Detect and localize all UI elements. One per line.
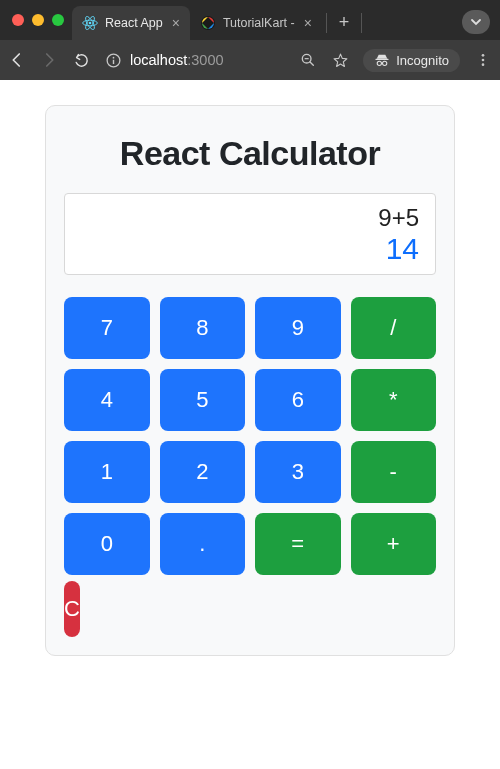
svg-rect-7 — [112, 59, 113, 63]
tab-tutorialkart[interactable]: TutorialKart - × — [190, 6, 322, 40]
tab-close-icon[interactable]: × — [304, 15, 312, 31]
new-tab-button[interactable]: + — [331, 12, 358, 33]
key-4[interactable]: 4 — [64, 369, 150, 431]
svg-point-15 — [482, 54, 485, 57]
key-5[interactable]: 5 — [160, 369, 246, 431]
url-path: :3000 — [187, 52, 223, 68]
svg-point-17 — [482, 63, 485, 66]
zoom-button[interactable] — [299, 51, 317, 69]
site-info-icon[interactable] — [104, 51, 122, 69]
svg-point-12 — [377, 61, 381, 65]
reload-button[interactable] — [72, 51, 90, 69]
tab-divider — [361, 13, 362, 33]
key-2[interactable]: 2 — [160, 441, 246, 503]
key-decimal[interactable]: . — [160, 513, 246, 575]
key-equals[interactable]: = — [255, 513, 341, 575]
tab-react-app[interactable]: React App × — [72, 6, 190, 40]
window-minimize-icon[interactable] — [32, 14, 44, 26]
key-add[interactable]: + — [351, 513, 437, 575]
nav-row: localhost:3000 Incognito — [0, 40, 500, 80]
menu-button[interactable] — [474, 51, 492, 69]
key-8[interactable]: 8 — [160, 297, 246, 359]
incognito-label: Incognito — [396, 53, 449, 68]
bookmark-button[interactable] — [331, 51, 349, 69]
page-content: React Calculator 9+5 14 789/456*123-0.=+… — [0, 80, 500, 681]
svg-point-4 — [201, 16, 215, 30]
key-7[interactable]: 7 — [64, 297, 150, 359]
svg-point-6 — [112, 56, 114, 58]
key-multiply[interactable]: * — [351, 369, 437, 431]
incognito-icon — [374, 53, 390, 67]
calculator-title: React Calculator — [64, 134, 436, 173]
tab-row: React App × TutorialKart - × + — [0, 0, 500, 40]
forward-button[interactable] — [40, 51, 58, 69]
expand-button[interactable] — [462, 10, 490, 34]
window-close-icon[interactable] — [12, 14, 24, 26]
key-3[interactable]: 3 — [255, 441, 341, 503]
key-1[interactable]: 1 — [64, 441, 150, 503]
clear-button[interactable]: C — [64, 581, 80, 637]
address-bar[interactable]: localhost:3000 — [104, 51, 285, 69]
svg-point-13 — [383, 61, 387, 65]
tab-close-icon[interactable]: × — [172, 15, 180, 31]
display-expression: 9+5 — [81, 204, 419, 232]
display-result: 14 — [81, 232, 419, 266]
keypad: 789/456*123-0.=+ — [64, 297, 436, 575]
svg-rect-11 — [376, 59, 389, 60]
react-favicon-icon — [82, 15, 98, 31]
key-divide[interactable]: / — [351, 297, 437, 359]
calculator-display: 9+5 14 — [64, 193, 436, 275]
key-0[interactable]: 0 — [64, 513, 150, 575]
calculator: React Calculator 9+5 14 789/456*123-0.=+… — [45, 105, 455, 656]
window-maximize-icon[interactable] — [52, 14, 64, 26]
key-subtract[interactable]: - — [351, 441, 437, 503]
key-9[interactable]: 9 — [255, 297, 341, 359]
incognito-badge[interactable]: Incognito — [363, 49, 460, 72]
window-controls — [8, 14, 72, 26]
url-host: localhost — [130, 52, 187, 68]
svg-line-9 — [310, 62, 313, 65]
browser-chrome: React App × TutorialKart - × + — [0, 0, 500, 80]
tab-divider — [326, 13, 327, 33]
svg-point-3 — [89, 22, 92, 25]
svg-point-16 — [482, 59, 485, 62]
tab-title: TutorialKart - — [223, 16, 295, 30]
back-button[interactable] — [8, 51, 26, 69]
chevron-down-icon — [470, 16, 482, 28]
tutorialkart-favicon-icon — [200, 15, 216, 31]
key-6[interactable]: 6 — [255, 369, 341, 431]
tab-title: React App — [105, 16, 163, 30]
